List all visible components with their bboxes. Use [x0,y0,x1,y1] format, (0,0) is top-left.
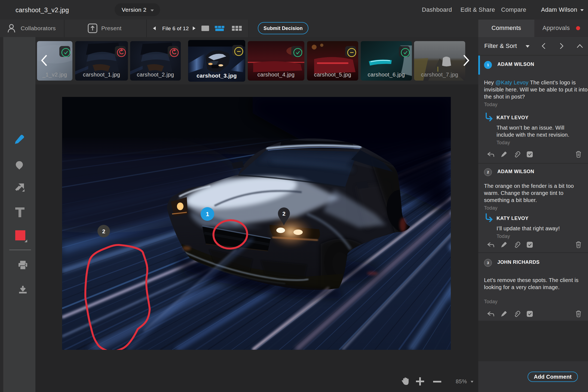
svg-text:2: 2 [282,211,285,217]
svg-text:2: 2 [102,228,105,234]
svg-text:1: 1 [206,211,209,218]
